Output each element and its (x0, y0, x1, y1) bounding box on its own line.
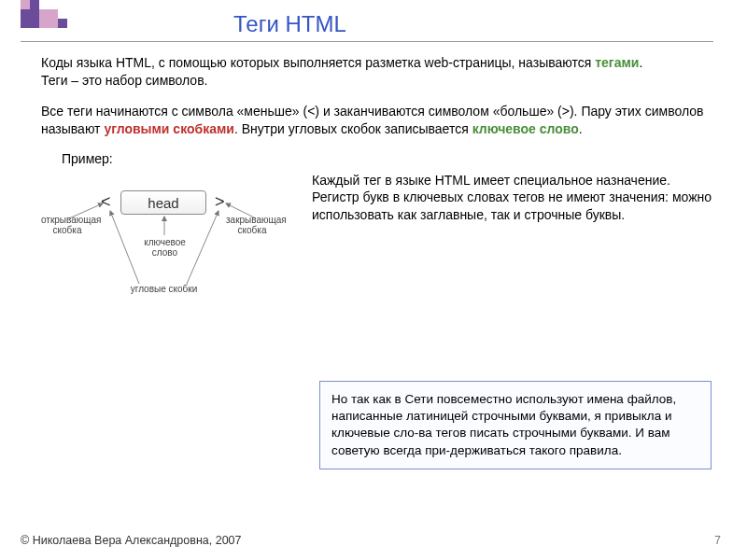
paragraph-explanation: Каждый тег в языке HTML имеет специально… (312, 172, 713, 225)
text: . (639, 55, 642, 70)
text: . Внутри угловых скобок записывается (234, 121, 472, 136)
text: . (579, 121, 583, 136)
example-label: Пример: (62, 151, 713, 166)
paragraph-brackets: Все теги начинаются с символа «меньше» (… (41, 103, 713, 138)
decorative-squares (21, 0, 114, 37)
less-than-icon: < (101, 192, 111, 212)
term-angle-brackets: угловыми скобками (104, 121, 234, 136)
page-title: Теги HTML (233, 11, 747, 37)
term-tags: тегами (595, 55, 639, 70)
slide-content: Коды языка HTML, с помощью которых выпол… (41, 54, 713, 321)
example-row: < head > открывающая скобка ключевое сло… (41, 172, 713, 321)
label-opening-bracket: открывающая скобка (41, 215, 93, 235)
page-number: 7 (714, 534, 721, 547)
text: Коды языка HTML, с помощью которых выпол… (41, 55, 595, 70)
label-closing-bracket: закрывающая скобка (226, 215, 278, 235)
label-keyword: ключевое слово (134, 237, 195, 258)
note-box: Но так как в Сети повсеместно используют… (319, 381, 712, 469)
tag-diagram: < head > открывающая скобка ключевое сло… (41, 172, 293, 321)
tag-keyword-box: head (120, 190, 206, 215)
greater-than-icon: > (215, 192, 225, 212)
term-keyword: ключевое слово (472, 121, 579, 136)
text: Теги – это набор символов. (41, 73, 207, 88)
paragraph-definition: Коды языка HTML, с помощью которых выпол… (41, 54, 713, 90)
label-angle-brackets: угловые скобки (129, 284, 199, 294)
footer-copyright: © Николаева Вера Александровна, 2007 (21, 534, 242, 547)
title-underline (21, 41, 713, 42)
